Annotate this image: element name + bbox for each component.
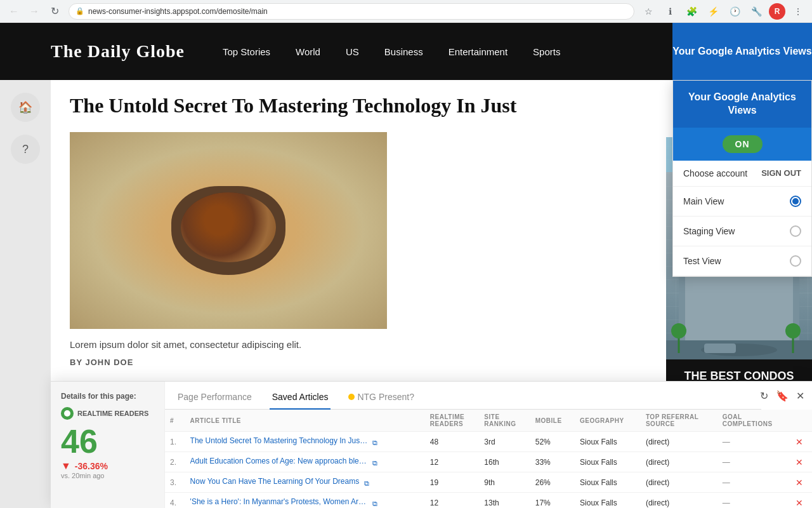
row-geography-1: Sioux Falls [575, 452, 641, 472]
refresh-panel-button[interactable]: ↻ [760, 390, 768, 402]
nav-us[interactable]: US [346, 46, 359, 57]
nav-top-stories[interactable]: Top Stories [223, 46, 270, 57]
realtime-label: REALTIME READERS [77, 410, 148, 417]
nav-sports[interactable]: Sports [533, 46, 560, 57]
table-row: 1. The Untold Secret To Mastering Techno… [165, 432, 812, 452]
extensions-button[interactable]: 🔧 [747, 3, 765, 20]
col-goals: GOALCOMPLETIONS [717, 410, 790, 432]
extension2-button[interactable]: ⚡ [704, 3, 722, 20]
menu-button[interactable]: ⋮ [789, 3, 807, 20]
bookmark-panel-button[interactable]: 🔖 [776, 390, 789, 402]
col-action [790, 410, 812, 432]
analytics-option-staging[interactable]: Staging View [673, 217, 811, 246]
analytics-account-row: Choose account SIGN OUT [673, 161, 811, 187]
row-ranking-3: 13th [479, 493, 530, 509]
row-title-0: The Untold Secret To Mastering Technolog… [185, 432, 425, 452]
analytics-header: Your Google Analytics Views [673, 81, 811, 128]
row-num-3: 4. [165, 493, 185, 509]
analytics-test-view-radio[interactable] [790, 255, 801, 267]
analytics-signout-button[interactable]: SIGN OUT [761, 168, 801, 178]
realtime-count: 46 [61, 425, 154, 458]
row-num-0: 1. [165, 432, 185, 452]
nav-world[interactable]: World [296, 46, 320, 57]
row-mobile-1: 33% [530, 452, 575, 472]
article-link-3[interactable]: 'She is a Hero': In Myanmar's Protests, … [190, 497, 368, 506]
left-sidebar: 🏠 ? [0, 80, 51, 508]
home-button[interactable]: 🏠 [11, 93, 40, 122]
analytics-option-main[interactable]: Main View [673, 187, 811, 217]
ext-link-icon-2: ⧉ [364, 479, 369, 487]
delete-row-1-button[interactable]: ✕ [796, 457, 803, 467]
table-row: 4. 'She is a Hero': In Myanmar's Protest… [165, 493, 812, 509]
tab-page-performance[interactable]: Page Performance [175, 385, 254, 410]
address-bar[interactable]: 🔒 news-consumer-insights.appspot.com/dem… [69, 3, 634, 20]
col-ranking: SITERANKING [479, 410, 530, 432]
row-action-1: ✕ [790, 452, 812, 472]
row-geography-3: Sioux Falls [575, 493, 641, 509]
row-title-1: Adult Education Comes of Age: New approa… [185, 452, 425, 472]
analytics-trigger-text: Your Google Analytics Views [672, 45, 811, 58]
bookmark-star-button[interactable]: ☆ [639, 3, 657, 20]
col-readers: REALTIMEREADERS [425, 410, 479, 432]
row-action-3: ✕ [790, 493, 812, 509]
article-link-0[interactable]: The Untold Secret To Mastering Technolog… [190, 436, 368, 445]
help-button[interactable]: ? [11, 135, 40, 164]
analytics-option-test[interactable]: Test View [673, 246, 811, 276]
browser-actions: ☆ ℹ 🧩 ⚡ 🕐 🔧 R ⋮ [639, 3, 807, 20]
svg-rect-21 [704, 344, 736, 353]
bowl-inside [181, 192, 276, 262]
refresh-button[interactable]: ↻ [46, 3, 63, 20]
row-goals-3: — [717, 493, 790, 509]
browser-chrome: ← → ↻ 🔒 news-consumer-insights.appspot.c… [0, 0, 812, 23]
row-ranking-0: 3rd [479, 432, 530, 452]
panel-actions: ↻ 🔖 ✕ [752, 382, 812, 410]
analytics-main-view-radio[interactable] [790, 196, 801, 207]
nav-business[interactable]: Business [384, 46, 423, 57]
forward-button[interactable]: → [25, 3, 43, 20]
analytics-staging-view-label: Staging View [683, 226, 735, 236]
analytics-staging-view-radio[interactable] [790, 225, 801, 237]
ext-link-icon-0: ⧉ [372, 439, 377, 446]
row-mobile-3: 17% [530, 493, 575, 509]
col-referral: TOP REFERRALSOURCE [641, 410, 717, 432]
row-readers-0: 48 [425, 432, 479, 452]
close-panel-button[interactable]: ✕ [796, 390, 804, 402]
realtime-dot-inner [64, 410, 70, 417]
delete-row-3-button[interactable]: ✕ [796, 498, 803, 508]
ext-link-icon-1: ⧉ [372, 459, 377, 467]
row-referral-1: (direct) [641, 452, 717, 472]
trend-value: -36.36% [75, 461, 108, 471]
back-button[interactable]: ← [5, 3, 23, 20]
tab-saved-articles[interactable]: Saved Articles [270, 385, 331, 410]
site-wrapper: The Daily Globe Top Stories World US Bus… [0, 23, 812, 508]
article-link-1[interactable]: Adult Education Comes of Age: New approa… [190, 457, 368, 465]
table-row: 2. Adult Education Comes of Age: New app… [165, 452, 812, 472]
svg-point-23 [671, 323, 686, 338]
article-excerpt: Lorem ipsum dolor sit amet, consectetur … [70, 339, 603, 350]
food-photo [70, 132, 387, 329]
info-button[interactable]: ℹ [661, 3, 679, 20]
delete-row-2-button[interactable]: ✕ [796, 478, 803, 488]
analytics-toggle-button[interactable]: ON [723, 135, 763, 153]
food-contents [181, 192, 276, 262]
delete-row-0-button[interactable]: ✕ [796, 437, 803, 447]
url-text: news-consumer-insights.appspot.com/demos… [88, 7, 268, 16]
extension-button[interactable]: 🧩 [683, 3, 700, 20]
realtime-row: REALTIME READERS [61, 407, 154, 420]
article-area: The Untold Secret To Mastering Technolog… [51, 80, 622, 381]
extension3-button[interactable]: 🕐 [726, 3, 743, 20]
row-title-2: Now You Can Have The Learning Of Your Dr… [185, 472, 425, 493]
profile-avatar[interactable]: R [769, 3, 785, 20]
tab-ntg-present[interactable]: NTG Present? [346, 385, 416, 410]
article-link-2[interactable]: Now You Can Have The Learning Of Your Dr… [190, 477, 360, 486]
row-geography-0: Sioux Falls [575, 432, 641, 452]
ext-link-icon-3: ⧉ [372, 500, 377, 507]
trend-row: ▼ -36.36% [61, 460, 154, 472]
analytics-panel-trigger[interactable]: Your Google Analytics Views [672, 23, 812, 80]
nav-entertainment[interactable]: Entertainment [449, 46, 508, 57]
bottom-tabs: Page Performance Saved Articles NTG Pres… [165, 382, 761, 410]
analytics-account-label[interactable]: Choose account [683, 168, 747, 178]
table-row: 3. Now You Can Have The Learning Of Your… [165, 472, 812, 493]
row-referral-3: (direct) [641, 493, 717, 509]
trend-compare: vs. 20min ago [61, 472, 154, 479]
